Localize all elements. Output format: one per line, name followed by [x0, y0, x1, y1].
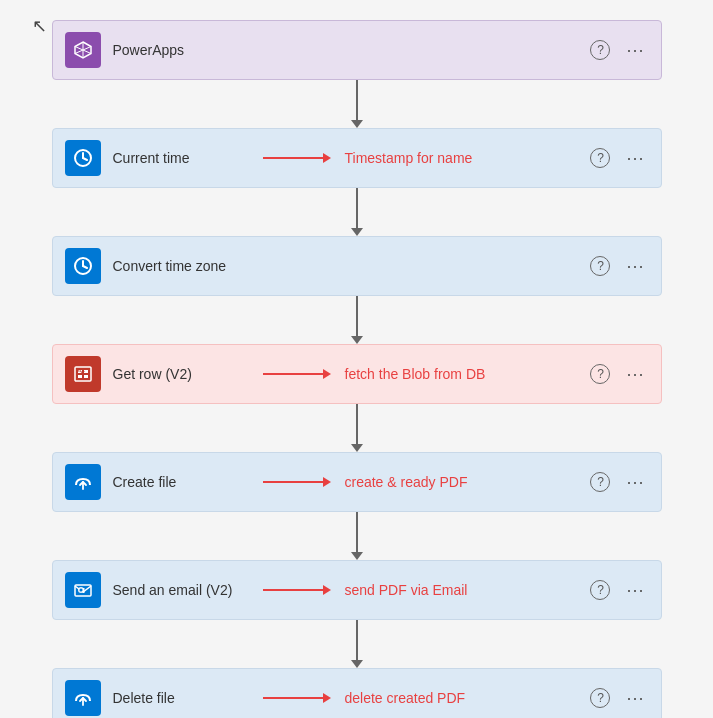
connector-1 [356, 80, 358, 120]
annotation-text-3: fetch the Blob from DB [345, 366, 486, 382]
annotation-text-5: send PDF via Email [345, 582, 468, 598]
flow-container: ↖ PowerApps ? ··· [17, 10, 697, 718]
powerapps-label: PowerApps [113, 42, 587, 58]
delete-file-icon [65, 680, 101, 716]
more-icon-7: ··· [626, 688, 644, 709]
create-file-icon [65, 464, 101, 500]
get-row-more-btn[interactable]: ··· [622, 362, 648, 387]
svg-line-2 [83, 158, 87, 160]
svg-rect-9 [78, 375, 82, 378]
current-time-icon [65, 140, 101, 176]
svg-point-15 [79, 589, 82, 592]
step-send-email: Send an email (V2) send PDF via Email ? … [52, 560, 662, 620]
powerapps-more-btn[interactable]: ··· [622, 38, 648, 63]
current-time-annotation: Timestamp for name [263, 150, 473, 166]
connector-2 [356, 188, 358, 228]
connector-5 [356, 512, 358, 552]
delete-file-annotation: delete created PDF [263, 690, 466, 706]
step-get-row: SQL Get row (V2) fetch the Blob from DB … [52, 344, 662, 404]
delete-file-actions: ? ··· [586, 686, 648, 711]
create-file-help-btn[interactable]: ? [586, 470, 614, 494]
create-file-annotation: create & ready PDF [263, 474, 468, 490]
delete-file-more-btn[interactable]: ··· [622, 686, 648, 711]
create-file-actions: ? ··· [586, 470, 648, 495]
step-powerapps: PowerApps ? ··· [52, 20, 662, 80]
more-icon: ··· [626, 40, 644, 61]
convert-time-icon [65, 248, 101, 284]
create-file-more-btn[interactable]: ··· [622, 470, 648, 495]
connector-3 [356, 296, 358, 336]
send-email-icon [65, 572, 101, 608]
annotation-text-6: delete created PDF [345, 690, 466, 706]
more-icon-3: ··· [626, 256, 644, 277]
get-row-icon: SQL [65, 356, 101, 392]
help-icon-3: ? [590, 256, 610, 276]
step-convert-time-zone: Convert time zone ? ··· [52, 236, 662, 296]
annotation-text-1: Timestamp for name [345, 150, 473, 166]
help-icon: ? [590, 40, 610, 60]
convert-time-help-btn[interactable]: ? [586, 254, 614, 278]
help-icon-6: ? [590, 580, 610, 600]
convert-time-actions: ? ··· [586, 254, 648, 279]
current-time-more-btn[interactable]: ··· [622, 146, 648, 171]
get-row-actions: ? ··· [586, 362, 648, 387]
annotation-arrow-4 [263, 477, 331, 487]
annotation-arrow-3 [263, 369, 331, 379]
send-email-help-btn[interactable]: ? [586, 578, 614, 602]
help-icon-7: ? [590, 688, 610, 708]
more-icon-4: ··· [626, 364, 644, 385]
send-email-actions: ? ··· [586, 578, 648, 603]
more-icon-5: ··· [626, 472, 644, 493]
step-create-file: Create file create & ready PDF ? ··· [52, 452, 662, 512]
svg-text:SQL: SQL [77, 368, 86, 373]
powerapps-help-btn[interactable]: ? [586, 38, 614, 62]
connector-6 [356, 620, 358, 660]
convert-time-more-btn[interactable]: ··· [622, 254, 648, 279]
get-row-help-btn[interactable]: ? [586, 362, 614, 386]
svg-rect-10 [84, 375, 88, 378]
annotation-arrow-5 [263, 585, 331, 595]
connector-4 [356, 404, 358, 444]
send-email-annotation: send PDF via Email [263, 582, 468, 598]
powerapps-icon [65, 32, 101, 68]
svg-rect-16 [83, 588, 85, 593]
annotation-arrow-1 [263, 153, 331, 163]
delete-file-help-btn[interactable]: ? [586, 686, 614, 710]
annotation-text-4: create & ready PDF [345, 474, 468, 490]
step-current-time: Current time Timestamp for name ? ··· [52, 128, 662, 188]
powerapps-actions: ? ··· [586, 38, 648, 63]
svg-line-5 [83, 266, 87, 268]
get-row-annotation: fetch the Blob from DB [263, 366, 486, 382]
step-delete-file: Delete file delete created PDF ? ··· [52, 668, 662, 718]
help-icon-2: ? [590, 148, 610, 168]
annotation-arrow-6 [263, 693, 331, 703]
more-icon-2: ··· [626, 148, 644, 169]
help-icon-5: ? [590, 472, 610, 492]
more-icon-6: ··· [626, 580, 644, 601]
send-email-more-btn[interactable]: ··· [622, 578, 648, 603]
current-time-help-btn[interactable]: ? [586, 146, 614, 170]
help-icon-4: ? [590, 364, 610, 384]
cursor-indicator: ↖ [32, 15, 47, 37]
convert-time-label: Convert time zone [113, 258, 587, 274]
current-time-actions: ? ··· [586, 146, 648, 171]
